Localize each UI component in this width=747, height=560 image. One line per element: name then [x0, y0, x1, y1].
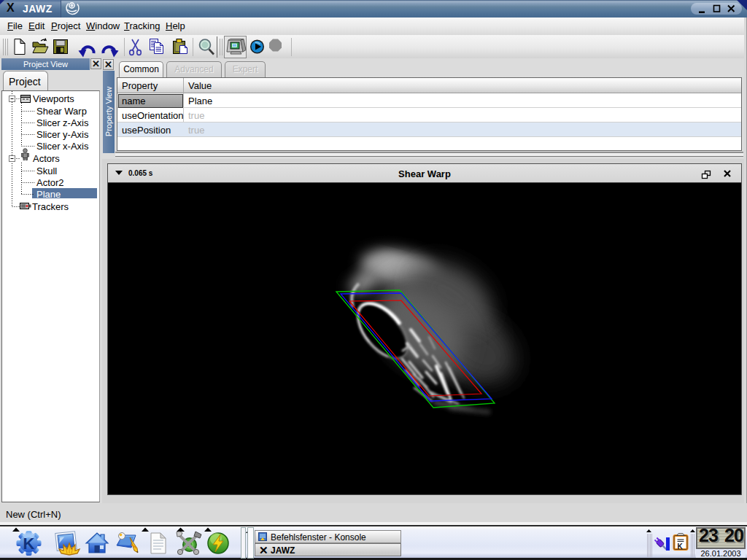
svg-text:K: K — [678, 542, 684, 551]
svg-text:K: K — [23, 534, 35, 553]
